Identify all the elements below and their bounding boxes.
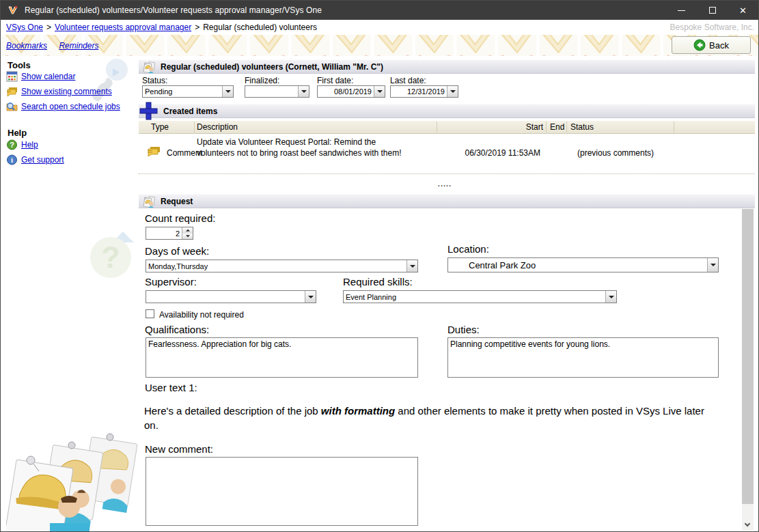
location-label: Location: xyxy=(447,243,489,255)
availability-checkbox-label[interactable]: Availability not required xyxy=(159,310,244,320)
last-date-picker[interactable]: 12/31/2019 xyxy=(390,85,458,98)
dropdown-arrow-icon[interactable] xyxy=(298,86,309,97)
dropdown-arrow-icon[interactable] xyxy=(374,86,385,97)
back-arrow-icon xyxy=(693,39,706,51)
status-dropdown[interactable]: Pending xyxy=(142,85,234,98)
help-question-icon: ? xyxy=(6,139,18,150)
add-plus-icon[interactable] xyxy=(139,102,158,120)
spinner-up-icon[interactable] xyxy=(182,227,193,234)
wrench-search-watermark xyxy=(85,57,137,105)
count-required-stepper[interactable]: 2 xyxy=(146,227,193,240)
created-items-title: Created items xyxy=(163,107,217,116)
location-dropdown[interactable]: Central Park Zoo xyxy=(447,257,719,272)
duties-field[interactable]: Planning competitive events for young li… xyxy=(447,337,719,378)
back-button[interactable]: Back xyxy=(672,36,751,54)
comment-note-icon xyxy=(147,145,161,157)
scrollbar-thumb[interactable] xyxy=(742,209,754,504)
window-title: Regular (scheduled) volunteers/Volunteer… xyxy=(25,5,666,15)
get-support-link[interactable]: Get support xyxy=(21,155,64,165)
qualifications-field[interactable]: Fearlessness. Appreciation for big cats. xyxy=(146,337,418,378)
sidebar-item-show-calendar[interactable]: Show calendar xyxy=(6,71,75,82)
col-start: Start xyxy=(439,122,543,132)
availability-checkbox[interactable] xyxy=(146,309,154,318)
calendar-icon xyxy=(6,71,18,82)
vsys-logo-watermark xyxy=(1,35,758,56)
volunteer-group-icon xyxy=(142,61,156,73)
request-section-header: Request xyxy=(139,194,755,208)
volunteer-section-title: Regular (scheduled) volunteers (Cornett,… xyxy=(161,62,383,72)
help-link[interactable]: Help xyxy=(21,140,38,150)
search-open-schedule-jobs-link[interactable]: Search open schedule jobs xyxy=(21,102,120,111)
banner: Bookmarks Reminders Back xyxy=(1,35,758,56)
created-item-row[interactable]: Comment Update via Volunteer Request Por… xyxy=(139,135,755,173)
splitter-handle[interactable]: ..... xyxy=(411,180,479,188)
sidebar-item-search-jobs[interactable]: Search open schedule jobs xyxy=(6,101,120,112)
sidebar-item-help[interactable]: ? Help xyxy=(6,139,38,150)
company-name: Bespoke Software, Inc. xyxy=(670,23,754,32)
dropdown-arrow-icon[interactable] xyxy=(406,260,417,272)
dropdown-arrow-icon[interactable] xyxy=(605,291,616,303)
breadcrumb: VSys One > Volunteer requests approval m… xyxy=(1,20,758,35)
help-section-title: Help xyxy=(8,128,27,138)
days-of-week-dropdown[interactable]: Monday,Thursday xyxy=(146,260,418,272)
minimize-icon[interactable] xyxy=(666,1,697,20)
breadcrumb-manager-link[interactable]: Volunteer requests approval manager xyxy=(55,23,191,32)
created-items-table-header: Type Description Start End Status xyxy=(139,121,755,134)
search-folder-icon xyxy=(6,101,18,112)
bookmarks-link[interactable]: Bookmarks xyxy=(6,41,47,51)
finalized-dropdown[interactable] xyxy=(245,85,309,98)
row-separator xyxy=(139,173,755,174)
last-date-label: Last date: xyxy=(390,76,426,85)
back-button-label: Back xyxy=(709,40,729,51)
sidebar-item-get-support[interactable]: i Get support xyxy=(6,154,64,165)
new-comment-field[interactable] xyxy=(146,457,418,526)
col-end: End xyxy=(550,122,564,132)
tools-section-title: Tools xyxy=(8,60,31,70)
row-description: Update via Volunteer Request Portal: Rem… xyxy=(197,137,415,158)
vertical-scrollbar[interactable] xyxy=(742,209,754,531)
breadcrumb-current: Regular (scheduled) volunteers xyxy=(203,23,317,32)
user-text-emphasis: with formatting xyxy=(321,405,395,417)
dropdown-arrow-icon[interactable] xyxy=(222,86,233,97)
window-controls: ✕ xyxy=(666,1,758,20)
maximize-icon[interactable] xyxy=(697,1,728,20)
qualifications-label: Qualifications: xyxy=(145,324,209,335)
info-icon: i xyxy=(6,154,18,165)
finalized-label: Finalized: xyxy=(245,76,279,85)
show-existing-comments-link[interactable]: Show existing comments xyxy=(21,87,112,96)
col-status: Status xyxy=(570,122,594,132)
breadcrumb-home-link[interactable]: VSys One xyxy=(6,23,43,32)
title-bar: Regular (scheduled) volunteers/Volunteer… xyxy=(1,1,758,20)
row-start: 06/30/2019 11:53AM xyxy=(437,148,540,158)
volunteer-jobs-illustration xyxy=(6,428,143,531)
first-date-picker[interactable]: 08/01/2019 xyxy=(317,85,385,98)
col-type: Type xyxy=(151,122,169,132)
reminders-link[interactable]: Reminders xyxy=(59,41,98,51)
dropdown-arrow-icon[interactable] xyxy=(447,86,458,97)
dropdown-arrow-icon[interactable] xyxy=(305,291,316,303)
svg-text:?: ? xyxy=(10,141,14,149)
spinner-down-icon[interactable] xyxy=(182,234,193,240)
comments-icon xyxy=(6,86,18,97)
request-section-title: Request xyxy=(161,197,193,206)
supervisor-dropdown[interactable] xyxy=(146,290,316,303)
scroll-down-icon[interactable] xyxy=(742,519,754,531)
new-comment-label: New comment: xyxy=(145,443,213,455)
dropdown-arrow-icon[interactable] xyxy=(707,258,718,272)
user-text-label: User text 1: xyxy=(145,382,197,393)
app-window: Regular (scheduled) volunteers/Volunteer… xyxy=(0,0,759,532)
user-text-content: Here's a detailed description of the job… xyxy=(144,404,708,432)
volunteer-section-header: Regular (scheduled) volunteers (Cornett,… xyxy=(139,59,755,74)
first-date-label: First date: xyxy=(317,76,353,85)
status-label: Status: xyxy=(142,76,167,85)
required-skills-dropdown[interactable]: Event Planning xyxy=(343,290,617,303)
supervisor-label: Supervisor: xyxy=(145,276,197,288)
close-icon[interactable]: ✕ xyxy=(728,1,758,20)
sidebar-item-show-comments[interactable]: Show existing comments xyxy=(6,86,112,97)
created-items-header: Created items xyxy=(139,104,755,118)
show-calendar-link[interactable]: Show calendar xyxy=(21,72,75,81)
svg-text:i: i xyxy=(11,156,13,164)
banner-links: Bookmarks Reminders xyxy=(6,41,108,51)
required-skills-label: Required skills: xyxy=(343,276,413,288)
volunteer-group-icon xyxy=(142,195,156,208)
